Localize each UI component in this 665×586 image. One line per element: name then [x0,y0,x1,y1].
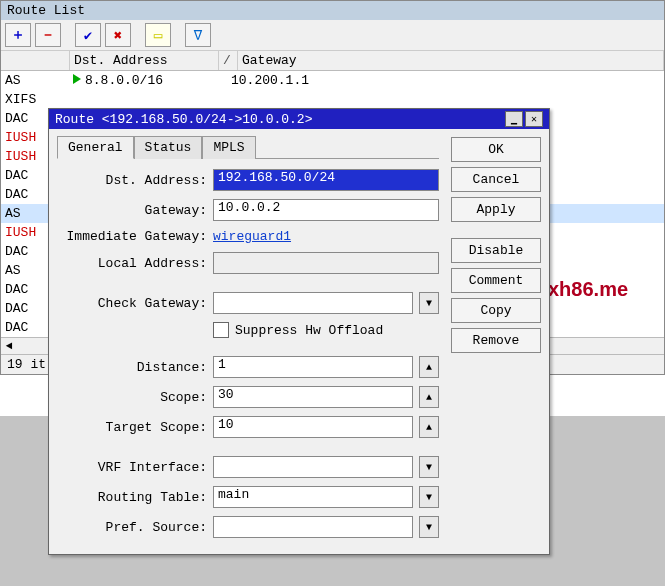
comment-btn[interactable]: Comment [451,268,541,293]
ok-button[interactable]: OK [451,137,541,162]
row-flags: AS [1,73,69,88]
scope-input[interactable]: 30 [213,386,413,408]
col-gateway-header[interactable]: Gateway [238,51,664,70]
minimize-icon[interactable]: ▁ [505,111,523,127]
scroll-left-icon[interactable]: ◄ [1,340,17,352]
label-scope: Scope: [57,390,207,405]
tab-status[interactable]: Status [134,136,203,159]
vrf-dropdown[interactable]: ▼ [419,456,439,478]
tab-general[interactable]: General [57,136,134,159]
check-gateway-input[interactable] [213,292,413,314]
cancel-button[interactable]: Cancel [451,167,541,192]
label-gateway: Gateway: [57,203,207,218]
label-vrf: VRF Interface: [57,460,207,475]
dialog-tabs: General Status MPLS [57,135,439,159]
tab-mpls[interactable]: MPLS [202,136,255,159]
toolbar: ＋ － ✔ ✖ ▭ ∇ [1,20,664,51]
distance-spinner[interactable]: ▲ [419,356,439,378]
local-address-input[interactable] [213,252,439,274]
label-dst: Dst. Address: [57,173,207,188]
row-flags: XIFS [1,92,69,107]
comment-button[interactable]: ▭ [145,23,171,47]
disable-button[interactable]: ✖ [105,23,131,47]
pref-source-input[interactable] [213,516,413,538]
gateway-input[interactable]: 10.0.0.2 [213,199,439,221]
row-dst: 8.8.0.0/16 [69,73,227,88]
target-scope-input[interactable]: 10 [213,416,413,438]
list-header: Dst. Address / Gateway [1,51,664,71]
immediate-gateway-link[interactable]: wireguard1 [213,229,291,244]
label-target-scope: Target Scope: [57,420,207,435]
scope-spinner[interactable]: ▲ [419,386,439,408]
label-immediate-gateway: Immediate Gateway: [57,229,207,244]
remove-btn[interactable]: Remove [451,328,541,353]
filter-button[interactable]: ∇ [185,23,211,47]
copy-button[interactable]: Copy [451,298,541,323]
dialog-title: Route <192.168.50.0/24->10.0.0.2> [55,112,312,127]
remove-button[interactable]: － [35,23,61,47]
label-pref-source: Pref. Source: [57,520,207,535]
dialog-titlebar[interactable]: Route <192.168.50.0/24->10.0.0.2> ▁ ✕ [49,109,549,129]
col-dst-header[interactable]: Dst. Address [70,51,219,70]
suppress-hw-offload-checkbox[interactable] [213,322,229,338]
row-gateway: 10.200.1.1 [227,73,664,88]
check-gateway-dropdown[interactable]: ▼ [419,292,439,314]
label-distance: Distance: [57,360,207,375]
enable-button[interactable]: ✔ [75,23,101,47]
close-icon[interactable]: ✕ [525,111,543,127]
distance-input[interactable]: 1 [213,356,413,378]
col-sort-indicator[interactable]: / [219,51,238,70]
disable-btn[interactable]: Disable [451,238,541,263]
route-list-titlebar: Route List [1,1,664,20]
target-scope-spinner[interactable]: ▲ [419,416,439,438]
table-row[interactable]: AS8.8.0.0/1610.200.1.1 [1,71,664,90]
apply-button[interactable]: Apply [451,197,541,222]
route-dialog: Route <192.168.50.0/24->10.0.0.2> ▁ ✕ Ge… [48,108,550,555]
watermark: xh86.me [548,278,628,301]
add-button[interactable]: ＋ [5,23,31,47]
dst-address-input[interactable]: 192.168.50.0/24 [213,169,439,191]
pref-source-dropdown[interactable]: ▼ [419,516,439,538]
routing-table-dropdown[interactable]: ▼ [419,486,439,508]
col-flags-header[interactable] [1,51,70,70]
vrf-input[interactable] [213,456,413,478]
label-local-address: Local Address: [57,256,207,271]
label-suppress: Suppress Hw Offload [235,323,383,338]
table-row[interactable]: XIFS [1,90,664,109]
active-icon [73,74,81,84]
label-routing-table: Routing Table: [57,490,207,505]
label-check-gateway: Check Gateway: [57,296,207,311]
route-list-title: Route List [7,3,85,18]
routing-table-input[interactable]: main [213,486,413,508]
